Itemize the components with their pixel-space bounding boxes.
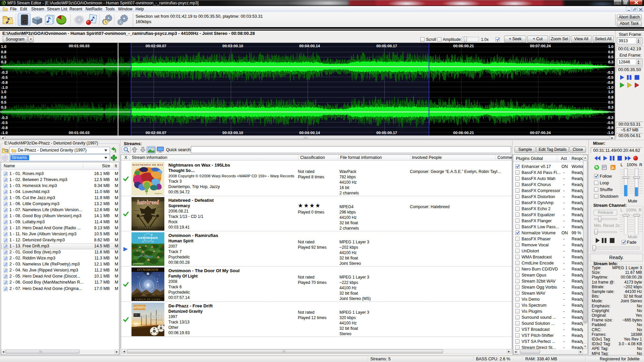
svg-text:0.5: 0.5 <box>1 55 7 59</box>
svg-text:FREE BONUS CD: FREE BONUS CD <box>133 307 146 309</box>
svg-text:◌◌◌: ◌◌◌ <box>138 235 140 237</box>
svg-text:detunized gravity: detunized gravity <box>150 319 163 321</box>
svg-text:-0.3: -0.3 <box>607 116 613 120</box>
svg-text:◎VNTRANCE: ◎VNTRANCE <box>133 263 144 265</box>
svg-text:0.5: 0.5 <box>608 100 614 104</box>
svg-text:NIGHTMARES ON WAX: NIGHTMARES ON WAX <box>132 164 163 166</box>
svg-text:-0.5: -0.5 <box>1 121 8 125</box>
svg-text:0.8: 0.8 <box>1 95 7 99</box>
svg-text:thought so...: thought so... <box>155 193 163 194</box>
svg-text:-1.0: -1.0 <box>607 85 613 89</box>
svg-text:-0.8: -0.8 <box>1 126 8 130</box>
svg-text:00:07:00.24: 00:07:00.24 <box>530 131 551 135</box>
svg-text:human spirit: human spirit <box>144 241 152 243</box>
svg-text:00:05:00.17: 00:05:00.17 <box>376 44 397 48</box>
svg-text:-1.0: -1.0 <box>1 131 8 135</box>
svg-text:00:04:00.14: 00:04:00.14 <box>299 44 320 48</box>
svg-text:-0.5: -0.5 <box>607 121 613 125</box>
svg-text:0.3: 0.3 <box>608 105 613 109</box>
svg-text:OVNIMOON: OVNIMOON <box>137 268 159 272</box>
svg-text:00:01:00.03: 00:01:00.03 <box>69 44 90 48</box>
svg-text:0.8: 0.8 <box>608 95 614 99</box>
svg-text:0.5: 0.5 <box>608 55 614 59</box>
svg-text:-0.5: -0.5 <box>1 75 8 79</box>
svg-text:00:05:00.17: 00:05:00.17 <box>376 131 397 135</box>
svg-text:-0.8: -0.8 <box>607 126 613 130</box>
svg-text:-0.8: -0.8 <box>1 80 8 84</box>
svg-text:hatebreed: hatebreed <box>137 199 159 205</box>
svg-text:0.3: 0.3 <box>1 105 6 109</box>
svg-text:0.5: 0.5 <box>1 100 7 104</box>
svg-text:1.0: 1.0 <box>1 90 6 94</box>
svg-text:0.8: 0.8 <box>1 50 7 54</box>
svg-text:0.3: 0.3 <box>608 60 613 64</box>
svg-text:DE-PHAZZ: DE-PHAZZ <box>140 314 163 319</box>
svg-text:0.3: 0.3 <box>1 60 6 64</box>
svg-text:1 9 9 7: 1 9 9 7 <box>152 334 155 336</box>
svg-text:-0.3: -0.3 <box>1 70 8 74</box>
svg-text:SUPREMACY: SUPREMACY <box>138 227 158 229</box>
svg-text:-0.3: -0.3 <box>1 116 8 120</box>
svg-text:00:04:00.14: 00:04:00.14 <box>299 131 320 135</box>
svg-text:00:06:00.21: 00:06:00.21 <box>453 131 474 135</box>
svg-text:-0.8: -0.8 <box>607 80 613 84</box>
svg-text:COMPACT disc: COMPACT disc <box>133 314 141 316</box>
svg-text:00:07:00.24: 00:07:00.24 <box>530 44 551 48</box>
svg-text:00:06:00.21: 00:06:00.21 <box>453 44 474 48</box>
svg-text:◌◌◌: ◌◌◌ <box>155 234 158 236</box>
svg-text:0.8: 0.8 <box>608 50 614 54</box>
svg-text:-1.0: -1.0 <box>607 131 613 135</box>
svg-text:00:03:00.10: 00:03:00.10 <box>222 131 243 135</box>
svg-text:-0.3: -0.3 <box>607 70 613 74</box>
svg-text:-1.0: -1.0 <box>1 85 8 89</box>
svg-text:ovnimoon: ovnimoon <box>138 236 158 240</box>
svg-text:00:03:00.10: 00:03:00.10 <box>222 44 243 48</box>
svg-text:00:01:00.03: 00:01:00.03 <box>69 131 90 135</box>
svg-text:1.0: 1.0 <box>1 45 6 49</box>
svg-text:00:02:00.07: 00:02:00.07 <box>146 44 166 48</box>
svg-text:FAMILY OF LIGHT: FAMILY OF LIGHT <box>135 298 161 300</box>
svg-text:1.0: 1.0 <box>608 45 613 49</box>
svg-text:-0.5: -0.5 <box>607 75 613 79</box>
svg-text:00:02:00.07: 00:02:00.07 <box>146 131 166 135</box>
svg-text:1.0: 1.0 <box>608 90 613 94</box>
